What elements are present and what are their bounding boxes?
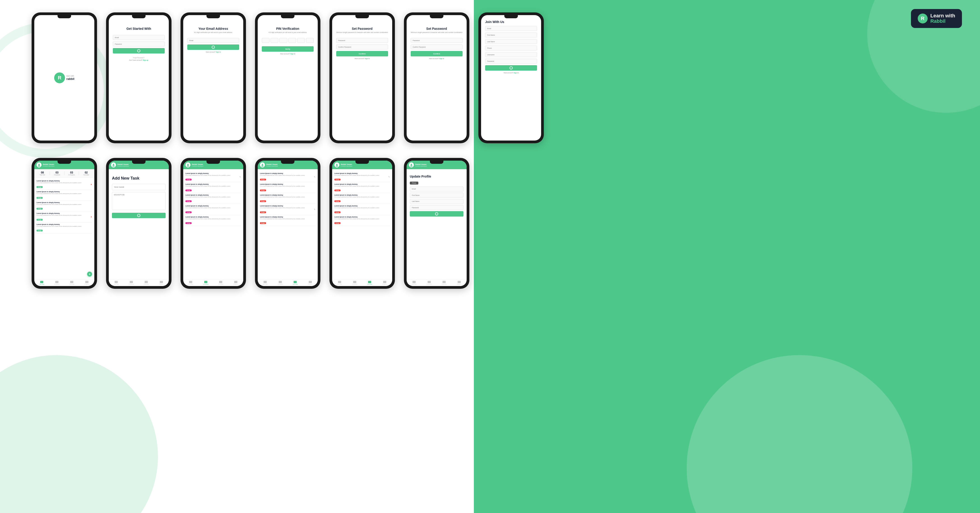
- nav-completed[interactable]: Completed: [273, 281, 288, 285]
- pin-digit-5[interactable]: [297, 38, 305, 43]
- stat-progress: 03 In Progress: [66, 171, 78, 176]
- join-title: Join With Us: [485, 20, 537, 24]
- update-profile-title: Update Profile: [410, 175, 463, 178]
- phone-set-password-1: Set Password Minimum length password 8 c…: [329, 13, 395, 143]
- email-btn[interactable]: →: [187, 44, 239, 50]
- nav-cancelled[interactable]: Cancelled: [362, 281, 377, 285]
- pin-digit-6[interactable]: [306, 38, 313, 43]
- signin-link[interactable]: Sign In: [514, 72, 519, 73]
- confirm-btn[interactable]: Confirm: [336, 51, 388, 56]
- nav-completed[interactable]: Completed: [422, 281, 437, 285]
- task-item[interactable]: Lorem Ipsum is simply dummy It is a long…: [37, 190, 92, 200]
- confirm-password-field2[interactable]: [411, 44, 463, 49]
- nav-cancelled[interactable]: Cancelled: [437, 281, 452, 285]
- task-item[interactable]: Lorem Ipsum is simply dummy It is a long…: [186, 215, 241, 226]
- splash-logo-text: learn with rabbil: [66, 75, 74, 81]
- nav-completed[interactable]: Completed: [347, 281, 363, 285]
- task-item[interactable]: Lorem Ipsum is simply dummy It is a long…: [260, 182, 315, 193]
- nav-progress[interactable]: Progress: [228, 281, 243, 285]
- email-input[interactable]: [113, 35, 165, 40]
- task-item[interactable]: Lorem Ipsum is simply dummy It is a long…: [334, 193, 390, 204]
- join-firstname[interactable]: [485, 32, 537, 37]
- profile-password[interactable]: [410, 205, 463, 210]
- password-field[interactable]: [336, 38, 388, 43]
- nav-completed[interactable]: Completed: [198, 281, 213, 285]
- nav-cancelled[interactable]: Cancelled: [213, 281, 228, 285]
- join-email[interactable]: [485, 26, 537, 31]
- join-phone[interactable]: [485, 46, 537, 51]
- nav-new-task[interactable]: New Task: [258, 281, 273, 285]
- verify-btn[interactable]: Verify: [262, 46, 313, 52]
- task-item[interactable]: Lorem Ipsum is simply dummy It is a long…: [186, 204, 241, 215]
- task-item[interactable]: Lorem Ipsum is simply dummy It is a long…: [260, 215, 315, 226]
- nav-completed[interactable]: Completed: [49, 281, 65, 285]
- task-item[interactable]: Lorem Ipsum is simply dummy It is a long…: [37, 222, 92, 233]
- signup-link[interactable]: Sign up: [143, 59, 148, 61]
- svg-point-5: [187, 165, 189, 167]
- user-info: Rabbil Hasan Frontend developer: [192, 163, 204, 167]
- task-item[interactable]: Lorem Ipsum is simply dummy It is a long…: [186, 193, 241, 204]
- profile-update-btn[interactable]: →: [410, 211, 463, 216]
- nav-new-task[interactable]: New Task: [109, 281, 124, 285]
- photo-btn[interactable]: Photo: [410, 182, 418, 184]
- nav-progress[interactable]: Progress: [80, 281, 95, 285]
- get-started-title: Get Started With: [113, 27, 165, 30]
- join-password[interactable]: [485, 59, 537, 64]
- nav-progress[interactable]: Progress: [377, 281, 392, 285]
- email-addr-input[interactable]: [187, 38, 239, 43]
- task-item[interactable]: Lorem Ipsum is simply dummy It is a long…: [37, 179, 92, 190]
- task-item[interactable]: Lorem Ipsum is simply dummy It is a long…: [260, 172, 315, 182]
- user-info: Rabbil Hasan Frontend developer: [415, 163, 427, 167]
- task-item[interactable]: Lorem Ipsum is simply dummy It is a long…: [334, 182, 390, 193]
- join-lastname[interactable]: [485, 39, 537, 44]
- task-item[interactable]: Lorem Ipsum is simply dummy It is a long…: [260, 193, 315, 204]
- profile-lastname[interactable]: [410, 199, 463, 204]
- add-task-submit-btn[interactable]: →: [112, 213, 165, 218]
- have-account: Have account? Sign In: [262, 53, 313, 55]
- confirm-password-field[interactable]: [336, 44, 388, 49]
- profile-email[interactable]: [410, 187, 463, 192]
- nav-new-task[interactable]: New Task: [332, 281, 347, 285]
- notch: [57, 15, 71, 18]
- join-btn[interactable]: →: [485, 65, 537, 71]
- nav-cancelled[interactable]: Cancelled: [139, 281, 154, 285]
- password-field2[interactable]: [411, 38, 463, 43]
- task-item[interactable]: Lorem Ipsum is simply dummy It is a long…: [37, 211, 92, 222]
- signin-link[interactable]: Sign In: [290, 53, 295, 55]
- user-avatar: [37, 162, 41, 167]
- setpwd1-subtitle: Minimum length password 8 character with…: [336, 31, 388, 33]
- nav-cancelled[interactable]: Cancelled: [288, 281, 303, 285]
- password-input[interactable]: [113, 41, 165, 46]
- pin-digit-2[interactable]: [270, 38, 278, 43]
- task-item[interactable]: Lorem Ipsum is simply dummy It is a long…: [260, 204, 315, 215]
- signin-link[interactable]: Sign In: [439, 58, 444, 59]
- nav-progress[interactable]: Progress: [303, 281, 318, 285]
- task-item[interactable]: Lorem Ipsum is simply dummy It is a long…: [334, 215, 390, 226]
- task-item[interactable]: Lorem Ipsum is simply dummy It is a long…: [37, 200, 92, 211]
- confirm-btn2[interactable]: Confirm: [411, 51, 463, 56]
- nav-cancelled[interactable]: Cancelled: [64, 281, 80, 285]
- get-started-btn[interactable]: →: [113, 48, 165, 54]
- task-item[interactable]: Lorem Ipsum is simply dummy It is a long…: [334, 204, 390, 215]
- signin-link[interactable]: Sign In: [365, 58, 370, 59]
- task-desc-input[interactable]: [112, 192, 165, 210]
- profile-firstname[interactable]: [410, 193, 463, 198]
- join-username[interactable]: [485, 52, 537, 57]
- pin-digit-1[interactable]: [262, 38, 269, 43]
- phone-task-list-red2: Rabbil Hasan Frontend developer Lorem Ip…: [329, 158, 395, 289]
- fab-add[interactable]: +: [87, 272, 92, 276]
- task-item[interactable]: Lorem Ipsum is simply dummy It is a long…: [186, 172, 241, 182]
- signin-link[interactable]: Sign In: [216, 51, 221, 53]
- task-item[interactable]: Lorem Ipsum is simply dummy It is a long…: [186, 182, 241, 193]
- nav-progress[interactable]: Progress: [452, 281, 467, 285]
- nav-progress[interactable]: Progress: [154, 281, 169, 285]
- task-name-input[interactable]: [112, 184, 165, 190]
- pin-digit-4[interactable]: [288, 38, 296, 43]
- logo-badge: R Learn withRabbil: [911, 9, 962, 28]
- nav-new-task[interactable]: New Task: [34, 281, 49, 285]
- nav-new-task[interactable]: New Task: [407, 281, 422, 285]
- task-item[interactable]: Lorem Ipsum is simply dummy It is a long…: [334, 172, 390, 182]
- nav-completed[interactable]: Completed: [124, 281, 139, 285]
- nav-new-task[interactable]: New Task: [183, 281, 198, 285]
- pin-digit-3[interactable]: [279, 38, 287, 43]
